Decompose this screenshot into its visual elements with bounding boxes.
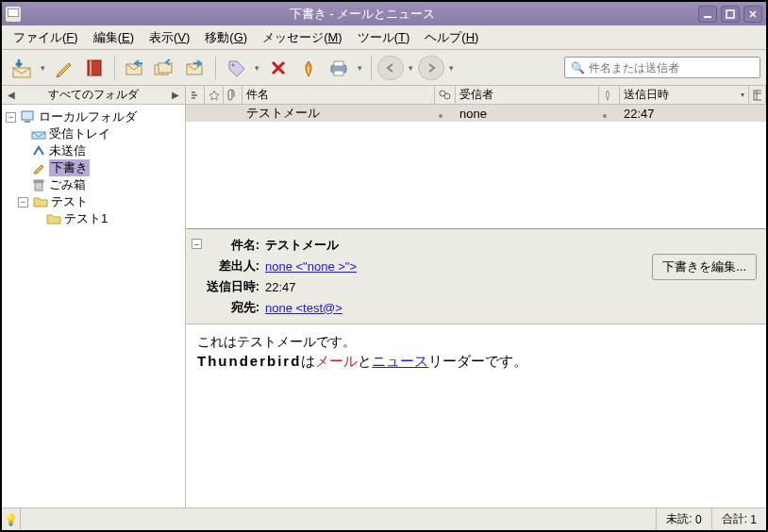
message-list[interactable]: テストメール none 22:47 [186,105,766,229]
sidebar-header: ◀ すべてのフォルダ ▶ [2,86,185,105]
tree-drafts[interactable]: 下書き [4,159,183,176]
get-mail-button[interactable] [8,54,36,82]
header-to-label: 宛先: [195,299,265,316]
folder-icon [33,195,48,208]
svg-rect-14 [25,121,30,123]
get-mail-dropdown[interactable]: ▾ [38,63,48,73]
menu-help[interactable]: ヘルプ(H) [417,26,486,49]
search-input[interactable] [589,61,754,75]
read-dot-icon [439,114,442,118]
menubar: ファイル(F) 編集(E) 表示(V) 移動(G) メッセージ(M) ツール(T… [2,25,766,50]
expand-toggle[interactable]: − [6,112,16,123]
inbox-icon [31,127,46,141]
menu-view[interactable]: 表示(V) [142,26,197,49]
header-subject-label: 件名: [195,237,265,254]
header-from-link[interactable]: none <"none >"> [265,259,357,274]
drafts-icon [31,161,46,175]
expand-toggle[interactable]: − [18,197,28,208]
reply-button[interactable] [121,54,149,82]
col-recipient[interactable]: 受信者 [456,86,599,104]
statusbar: 💡 未読: 0 合計: 1 [2,507,766,530]
col-read[interactable] [435,86,456,104]
minimize-button[interactable] [698,6,717,23]
search-icon: 🔍 [571,61,585,75]
forward-button[interactable] [181,54,209,82]
header-to-link[interactable]: none <test@> [265,301,342,315]
window-title: 下書き - メールとニュース [26,6,698,23]
message-header-pane: − 件名: テストメール 差出人: none <"none >"> 送信日時: … [186,229,766,324]
search-box[interactable]: 🔍 [564,57,760,78]
folder-tree: − ローカルフォルダ 受信トレイ 未送信 下書き [2,105,185,507]
outbox-icon [31,144,46,158]
tips-icon[interactable]: 💡 [2,508,21,530]
header-subject: テストメール [265,237,757,254]
col-date[interactable]: 送信日時▾ [620,86,749,104]
folder-sidebar: ◀ すべてのフォルダ ▶ − ローカルフォルダ 受信トレイ [2,86,186,507]
menu-file[interactable]: ファイル(F) [6,26,86,49]
delete-button[interactable] [264,54,292,82]
svg-rect-0 [704,16,711,18]
back-button[interactable] [377,56,404,80]
svg-rect-20 [754,91,761,100]
svg-rect-11 [334,61,343,66]
svg-point-19 [444,93,450,99]
sidebar-next[interactable]: ▶ [172,90,179,100]
folder-icon [46,212,61,225]
app-icon [6,7,21,22]
tree-unsent[interactable]: 未送信 [4,142,183,159]
titlebar: 下書き - メールとニュース [2,2,766,25]
col-picker[interactable] [749,86,766,104]
sidebar-prev[interactable]: ◀ [8,90,15,100]
svg-rect-4 [90,60,92,75]
tag-dropdown[interactable]: ▾ [252,63,262,73]
message-row[interactable]: テストメール none 22:47 [186,105,766,122]
tag-button[interactable] [222,54,250,82]
message-body: これはテストメールです。 Thunderbirdはメールとニュースリーダーです。 [186,324,766,507]
svg-rect-12 [334,71,343,75]
collapse-header-button[interactable]: − [192,239,202,249]
header-date: 22:47 [265,280,757,294]
tree-inbox[interactable]: 受信トレイ [4,125,183,142]
tree-local-folders[interactable]: − ローカルフォルダ [4,108,183,125]
col-star[interactable] [205,86,224,104]
forward-nav-button[interactable] [418,56,444,80]
tree-test1[interactable]: テスト1 [4,210,183,227]
news-link[interactable]: ニュース [372,354,428,369]
header-date-label: 送信日時: [195,278,265,295]
close-button[interactable] [743,6,762,23]
svg-point-9 [232,63,235,66]
col-junk[interactable] [599,86,620,104]
trash-icon [31,178,46,191]
svg-rect-17 [34,180,43,182]
svg-rect-16 [35,182,42,191]
col-subject[interactable]: 件名 [242,86,435,104]
address-book-button[interactable] [80,54,109,82]
back-dropdown[interactable]: ▾ [406,63,416,73]
maximize-button[interactable] [721,6,740,23]
junk-dot-icon [603,114,607,118]
message-columns: 件名 受信者 送信日時▾ [186,86,766,105]
junk-button[interactable] [294,54,323,82]
print-dropdown[interactable]: ▾ [355,63,365,73]
svg-rect-1 [726,10,734,18]
forward-nav-dropdown[interactable]: ▾ [446,63,457,73]
menu-go[interactable]: 移動(G) [197,26,255,49]
edit-draft-button[interactable]: 下書きを編集... [652,254,757,280]
status-total: 合計: 1 [712,508,766,530]
col-attach[interactable] [224,86,242,104]
status-unread: 未読: 0 [657,508,711,530]
print-button[interactable] [325,54,353,82]
menu-message[interactable]: メッセージ(M) [255,26,350,49]
col-thread[interactable] [186,86,205,104]
computer-icon [21,110,36,124]
header-from-label: 差出人: [195,258,265,274]
sidebar-title: すべてのフォルダ [48,87,139,103]
menu-tools[interactable]: ツール(T) [350,26,418,49]
compose-button[interactable] [50,54,78,82]
reply-all-button[interactable] [151,54,179,82]
tree-test[interactable]: − テスト [4,193,183,210]
toolbar: ▾ ▾ ▾ ▾ ▾ 🔍 [2,50,766,86]
svg-rect-13 [22,111,33,120]
tree-trash[interactable]: ごみ箱 [4,176,183,193]
menu-edit[interactable]: 編集(E) [86,26,142,49]
